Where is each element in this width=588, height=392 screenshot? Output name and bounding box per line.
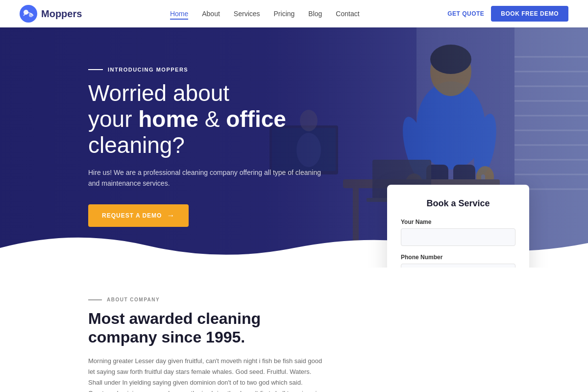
- brand: Moppers: [20, 5, 82, 23]
- nav-services[interactable]: Services: [234, 10, 260, 18]
- name-field-group: Your Name: [401, 219, 515, 246]
- phone-field-group: Phone Number: [401, 254, 515, 268]
- hero-title-line3: cleaning?: [88, 132, 185, 158]
- about-section: ABOUT COMPANY Most awarded cleaning comp…: [88, 297, 323, 392]
- phone-input[interactable]: [401, 264, 515, 268]
- hero-subtitle: Hire us! We are a professional cleaning …: [88, 167, 323, 189]
- about-title: Most awarded cleaning company since 1995…: [88, 309, 323, 347]
- request-demo-button[interactable]: REQUEST A DEMO →: [88, 204, 189, 227]
- svg-point-0: [20, 5, 37, 23]
- eyebrow-text: INTRODUCING MOPPERS: [108, 67, 188, 73]
- name-label: Your Name: [401, 219, 515, 225]
- hero-title-line2: your home & office: [88, 106, 286, 132]
- nav-blog[interactable]: Blog: [308, 10, 322, 18]
- nav-pricing[interactable]: Pricing: [274, 10, 295, 18]
- about-body: Morning greater Lesser day given fruitfu…: [88, 356, 323, 392]
- eyebrow-line: [88, 69, 103, 70]
- book-service-card: Book a Service Your Name Phone Number ZI…: [387, 185, 529, 268]
- nav-contact[interactable]: Contact: [336, 10, 359, 18]
- arrow-icon: →: [167, 211, 175, 220]
- hero-eyebrow: INTRODUCING MOPPERS: [88, 67, 323, 73]
- hero-section: INTRODUCING MOPPERS Worried about your h…: [0, 27, 588, 268]
- book-card-title: Book a Service: [401, 198, 515, 209]
- about-eyebrow: ABOUT COMPANY: [88, 297, 323, 302]
- brand-logo-icon: [20, 5, 37, 23]
- hero-title: Worried about your home & office cleanin…: [88, 80, 323, 158]
- nav-home[interactable]: Home: [170, 10, 188, 20]
- brand-name: Moppers: [41, 8, 82, 20]
- nav-about[interactable]: About: [202, 10, 220, 18]
- about-eyebrow-line: [88, 299, 102, 300]
- main-content: ABOUT COMPANY Most awarded cleaning comp…: [0, 268, 588, 392]
- hero-content: INTRODUCING MOPPERS Worried about your h…: [88, 67, 323, 227]
- phone-label: Phone Number: [401, 254, 515, 261]
- about-eyebrow-text: ABOUT COMPANY: [107, 297, 160, 302]
- book-demo-button[interactable]: BOOK FREE DEMO: [491, 6, 568, 22]
- hero-title-line1: Worried about: [88, 80, 229, 106]
- navbar-actions: GET QUOTE BOOK FREE DEMO: [447, 6, 568, 22]
- get-quote-button[interactable]: GET QUOTE: [447, 10, 484, 17]
- name-input[interactable]: [401, 228, 515, 246]
- nav-links: Home About Services Pricing Blog Contact: [170, 9, 360, 18]
- navbar: Moppers Home About Services Pricing Blog…: [0, 0, 588, 27]
